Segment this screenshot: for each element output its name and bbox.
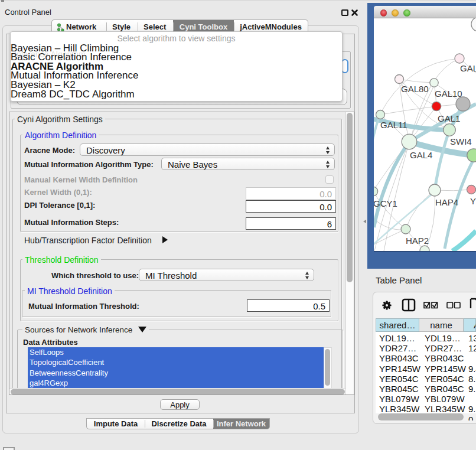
svg-text:GCY1: GCY1 — [374, 198, 397, 208]
svg-text:GAL80: GAL80 — [401, 84, 429, 94]
svg-text:HAP2: HAP2 — [406, 236, 429, 246]
svg-text:GAL11: GAL11 — [380, 120, 407, 130]
svg-text:GAL1: GAL1 — [438, 113, 460, 123]
svg-text:GAL8: GAL8 — [460, 63, 476, 73]
svg-text:GAL4: GAL4 — [410, 150, 432, 160]
svg-text:GAL10: GAL10 — [435, 89, 462, 99]
svg-text:SWI4: SWI4 — [450, 136, 472, 146]
svg-text:HAP4: HAP4 — [435, 197, 458, 207]
svg-text:Y: Y — [470, 196, 476, 206]
